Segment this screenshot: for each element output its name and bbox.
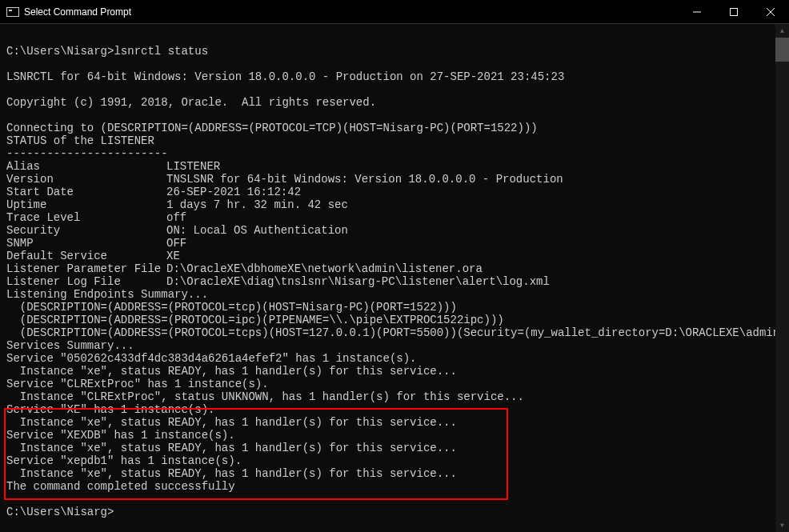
svc1-inst: Instance "xe", status READY, has 1 handl… xyxy=(6,365,457,378)
start-date-value: 26-SEP-2021 16:12:42 xyxy=(166,186,301,198)
svc5-inst: Instance "xe", status READY, has 1 handl… xyxy=(6,467,457,480)
field-security: SecurityON: Local OS Authentication xyxy=(6,224,348,237)
field-trace: Trace Leveloff xyxy=(6,211,186,224)
svc1: Service "050262c433df4dc383d4a6261a4efef… xyxy=(6,352,416,365)
snmp-label: SNMP xyxy=(6,237,166,250)
trace-value: off xyxy=(166,211,186,224)
field-alias: AliasLISTENER xyxy=(6,160,220,173)
alias-value: LISTENER xyxy=(166,160,220,173)
uptime-value: 1 days 7 hr. 32 min. 42 sec xyxy=(166,198,348,211)
titlebar-left: Select Command Prompt xyxy=(6,6,131,18)
version-value: TNSLSNR for 64-bit Windows: Version 18.0… xyxy=(166,173,563,186)
field-version: VersionTNSLSNR for 64-bit Windows: Versi… xyxy=(6,173,563,186)
endpoint-1: (DESCRIPTION=(ADDRESS=(PROTOCOL=tcp)(HOS… xyxy=(6,301,457,314)
trace-label: Trace Level xyxy=(6,211,166,224)
field-snmp: SNMPOFF xyxy=(6,237,186,250)
scrollbar-thumb[interactable] xyxy=(775,38,789,62)
scrollbar[interactable]: ▲ ▼ xyxy=(775,24,789,532)
default-svc-value: XE xyxy=(166,250,180,262)
minimize-button[interactable] xyxy=(679,0,715,24)
field-log-file: Listener Log FileD:\OracleXE\diag\tnslsn… xyxy=(6,275,550,288)
prompt-line-2: C:\Users\Nisarg> xyxy=(6,506,114,518)
close-button[interactable] xyxy=(752,0,789,24)
window-controls xyxy=(679,0,789,24)
svc4-inst: Instance "xe", status READY, has 1 handl… xyxy=(6,442,457,454)
window-titlebar: Select Command Prompt xyxy=(0,0,789,24)
param-file-value: D:\OracleXE\dbhomeXE\network\admin\liste… xyxy=(166,262,483,275)
scrollbar-arrow-down-icon[interactable]: ▼ xyxy=(775,518,789,532)
complete-msg: The command completed successfully xyxy=(6,480,235,493)
endpoint-2: (DESCRIPTION=(ADDRESS=(PROTOCOL=ipc)(PIP… xyxy=(6,314,504,326)
snmp-value: OFF xyxy=(166,237,186,250)
svc3-inst: Instance "xe", status READY, has 1 handl… xyxy=(6,416,457,429)
scrollbar-arrow-up-icon[interactable]: ▲ xyxy=(775,24,789,38)
field-uptime: Uptime1 days 7 hr. 32 min. 42 sec xyxy=(6,198,348,211)
output-connecting: Connecting to (DESCRIPTION=(ADDRESS=(PRO… xyxy=(6,122,538,134)
prompt-line: C:\Users\Nisarg>lsnrctl status xyxy=(6,45,208,58)
svc4: Service "XEXDB" has 1 instance(s). xyxy=(6,429,235,442)
field-default-svc: Default ServiceXE xyxy=(6,250,180,262)
log-file-value: D:\OracleXE\diag\tnslsnr\Nisarg-PC\liste… xyxy=(166,275,550,288)
param-file-label: Listener Parameter File xyxy=(6,262,166,275)
services-header: Services Summary... xyxy=(6,339,134,352)
security-value: ON: Local OS Authentication xyxy=(166,224,348,237)
prompt-path: C:\Users\Nisarg> xyxy=(6,45,114,58)
output-header: LSNRCTL for 64-bit Windows: Version 18.0… xyxy=(6,70,564,83)
minimize-icon xyxy=(693,8,701,16)
log-file-label: Listener Log File xyxy=(6,275,166,288)
svg-rect-1 xyxy=(731,8,738,15)
start-date-label: Start Date xyxy=(6,186,166,198)
endpoints-header: Listening Endpoints Summary... xyxy=(6,288,208,301)
endpoint-3: (DESCRIPTION=(ADDRESS=(PROTOCOL=tcps)(HO… xyxy=(6,326,789,339)
cmd-icon xyxy=(6,7,19,17)
output-copyright: Copyright (c) 1991, 2018, Oracle. All ri… xyxy=(6,96,376,109)
svc2: Service "CLRExtProc" has 1 instance(s). xyxy=(6,378,269,390)
version-label: Version xyxy=(6,173,166,186)
alias-label: Alias xyxy=(6,160,166,173)
field-start-date: Start Date26-SEP-2021 16:12:42 xyxy=(6,186,301,198)
default-svc-label: Default Service xyxy=(6,250,166,262)
security-label: Security xyxy=(6,224,166,237)
svc5: Service "xepdb1" has 1 instance(s). xyxy=(6,454,242,467)
field-param-file: Listener Parameter FileD:\OracleXE\dbhom… xyxy=(6,262,483,275)
output-status-header: STATUS of the LISTENER xyxy=(6,134,154,147)
uptime-label: Uptime xyxy=(6,198,166,211)
output-divider: ------------------------ xyxy=(6,147,168,160)
close-icon xyxy=(767,8,775,16)
terminal-content[interactable]: C:\Users\Nisarg>lsnrctl status LSNRCTL f… xyxy=(0,24,789,532)
window-title: Select Command Prompt xyxy=(24,6,131,18)
command-text: lsnrctl status xyxy=(114,45,208,58)
svc2-inst: Instance "CLRExtProc", status UNKNOWN, h… xyxy=(6,390,524,403)
maximize-icon xyxy=(730,8,738,16)
maximize-button[interactable] xyxy=(715,0,752,24)
svc3: Service "XE" has 1 instance(s). xyxy=(6,403,214,416)
